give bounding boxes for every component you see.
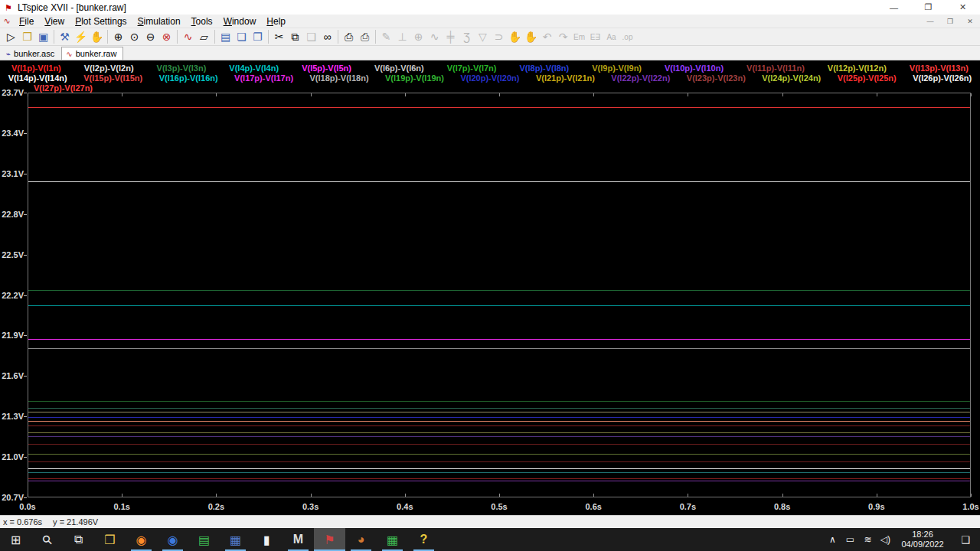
- trace-label[interactable]: V(l26p)-V(l26n): [913, 73, 972, 83]
- resistor-icon: ∿: [426, 29, 443, 44]
- trace-label[interactable]: V(l1p)-V(l1n): [11, 64, 61, 73]
- x-axis-tick-label: 0.8s: [774, 502, 790, 511]
- trace-label[interactable]: V(l10p)-V(l10n): [665, 64, 724, 73]
- close-button[interactable]: ✕: [946, 0, 980, 15]
- control-panel-icon[interactable]: ⚒: [57, 29, 73, 44]
- trace-label[interactable]: V(l4p)-V(l4n): [229, 64, 279, 73]
- volume-icon[interactable]: ◁): [877, 534, 894, 545]
- component-icon: ⊃: [491, 29, 507, 44]
- zoom-out-icon[interactable]: ⊖: [142, 29, 158, 44]
- text-document-icon[interactable]: ▮: [251, 528, 283, 551]
- menu-item-file[interactable]: File: [14, 15, 39, 28]
- pan-plot-icon[interactable]: ▱: [196, 29, 212, 44]
- trace-label[interactable]: V(l14p)-V(l14n): [8, 73, 67, 83]
- taskbar-clock[interactable]: 18:26 04/09/2022: [894, 530, 951, 549]
- trace-label[interactable]: V(l24p)-V(l24n): [762, 73, 821, 83]
- restore-button[interactable]: ❐: [911, 0, 946, 15]
- system-tray: ∧ ▭ ≋ ◁) 18:26 04/09/2022 ❑: [824, 528, 980, 551]
- print-icon[interactable]: ⎙: [341, 29, 357, 44]
- wifi-icon[interactable]: ≋: [859, 534, 877, 545]
- zoom-full-extents-icon[interactable]: ⊗: [158, 29, 175, 44]
- thunderbird-icon[interactable]: ◉: [157, 528, 188, 551]
- zoom-in-icon[interactable]: ⊕: [110, 29, 126, 44]
- trace-label[interactable]: V(l16p)-V(l16n): [159, 73, 218, 83]
- x-axis-tick: [405, 494, 406, 497]
- file-explorer-icon[interactable]: ❒: [94, 528, 126, 551]
- new-window-icon[interactable]: ❐: [250, 29, 266, 44]
- trace-label[interactable]: V(l27p)-V(l27n): [34, 83, 93, 93]
- minimize-button[interactable]: —: [877, 0, 911, 15]
- open-file-icon[interactable]: ❒: [19, 29, 35, 44]
- trace-label[interactable]: V(l6p)-V(l6n): [374, 64, 424, 73]
- tray-chevron-icon[interactable]: ∧: [824, 534, 841, 545]
- menu-item-simulation[interactable]: Simulation: [132, 15, 186, 28]
- plot-canvas[interactable]: [28, 93, 971, 497]
- firefox-icon[interactable]: ◉: [126, 528, 157, 551]
- y-axis-tick: [24, 497, 27, 498]
- trace-label[interactable]: V(l7p)-V(l7n): [447, 64, 497, 73]
- save-icon[interactable]: ▣: [35, 29, 51, 44]
- trace-label[interactable]: V(l20p)-V(l20n): [460, 73, 519, 83]
- x-axis-tick: [311, 93, 312, 96]
- trace-label[interactable]: V(l23p)-V(l23n): [687, 73, 746, 83]
- trace-label[interactable]: V(l25p)-V(l25n): [838, 73, 897, 83]
- trace-label[interactable]: V(l18p)-V(l18n): [310, 73, 369, 83]
- document-editor-icon[interactable]: ▤: [188, 528, 220, 551]
- trace-label[interactable]: V(l17p)-V(l17n): [234, 73, 293, 83]
- x-axis-tick: [782, 494, 783, 497]
- ltspice-icon[interactable]: ⚑: [314, 528, 345, 551]
- mdi-minimize-button[interactable]: —: [920, 18, 940, 25]
- trace-label[interactable]: V(l19p)-V(l19n): [385, 73, 444, 83]
- menu-item-tools[interactable]: Tools: [186, 15, 218, 28]
- find-icon[interactable]: ∞: [319, 29, 335, 44]
- y-axis-tick-label: 23.4V: [0, 129, 24, 138]
- menu-item-plot-settings[interactable]: Plot Settings: [70, 15, 132, 28]
- menu-item-view[interactable]: View: [39, 15, 70, 28]
- copy-icon[interactable]: ⧉: [287, 29, 303, 44]
- cut-icon[interactable]: ✂: [271, 29, 287, 44]
- text-icon: Aa: [603, 29, 619, 44]
- trace-label[interactable]: V(l9p)-V(l9n): [592, 64, 642, 73]
- trace-label[interactable]: V(l21p)-V(l21n): [536, 73, 595, 83]
- new-file-icon[interactable]: ▷: [3, 29, 19, 44]
- trace-line: [28, 339, 970, 340]
- waveform-viewer[interactable]: V(l1p)-V(l1n)V(l2p)-V(l2n)V(l3p)-V(l3n)V…: [0, 60, 980, 515]
- tab-bunker.raw[interactable]: ∿bunker.raw: [61, 47, 123, 60]
- tab-bunker.asc[interactable]: ⌁bunker.asc: [2, 47, 61, 60]
- trace-label[interactable]: V(l11p)-V(l11n): [746, 64, 805, 73]
- trace-line: [28, 417, 970, 418]
- run-icon[interactable]: ⚡: [73, 29, 89, 44]
- cascade-windows-icon[interactable]: ❏: [234, 29, 250, 44]
- tile-windows-icon[interactable]: ▤: [217, 29, 234, 44]
- trace-label[interactable]: V(l5p)-V(l5n): [302, 64, 351, 73]
- trace-label[interactable]: V(l12p)-V(l12n): [828, 64, 887, 73]
- action-center-icon[interactable]: ❑: [951, 534, 980, 546]
- x-axis-tick-label: 0.6s: [585, 502, 601, 511]
- calculator-icon[interactable]: ▦: [220, 528, 251, 551]
- trace-label[interactable]: V(l22p)-V(l22n): [611, 73, 670, 83]
- battery-icon[interactable]: ▭: [841, 534, 859, 545]
- trace-label[interactable]: V(l3p)-V(l3n): [157, 64, 207, 73]
- help-doc-icon[interactable]: ?: [408, 528, 439, 551]
- spreadsheet-icon[interactable]: ▦: [377, 528, 408, 551]
- menu-item-window[interactable]: Window: [218, 15, 262, 28]
- trace-label[interactable]: V(l13p)-V(l13n): [910, 64, 969, 73]
- trace-line: [28, 305, 970, 306]
- menu-item-help[interactable]: Help: [261, 15, 291, 28]
- x-axis-tick-label: 0.5s: [491, 502, 507, 511]
- zoom-back-icon[interactable]: ⊙: [126, 29, 142, 44]
- search-button[interactable]: ⚲: [31, 528, 63, 551]
- x-axis-tick: [122, 93, 122, 96]
- trace-label[interactable]: V(l15p)-V(l15n): [83, 73, 142, 83]
- mdi-close-button[interactable]: ✕: [960, 18, 980, 25]
- trace-label[interactable]: V(l2p)-V(l2n): [84, 64, 134, 73]
- mdi-restore-button[interactable]: ❐: [940, 18, 960, 25]
- paint-app-icon[interactable]: ◕: [345, 528, 377, 551]
- start-button[interactable]: ⊞: [0, 528, 31, 551]
- task-view-button[interactable]: ⧉: [63, 528, 94, 551]
- m-app-icon[interactable]: M: [283, 528, 314, 551]
- print-preview-icon[interactable]: ⎙: [357, 29, 373, 44]
- x-axis-tick-label: 0.1s: [113, 502, 129, 511]
- trace-label[interactable]: V(l8p)-V(l8n): [519, 64, 569, 73]
- autorange-y-icon[interactable]: ∿: [180, 29, 196, 44]
